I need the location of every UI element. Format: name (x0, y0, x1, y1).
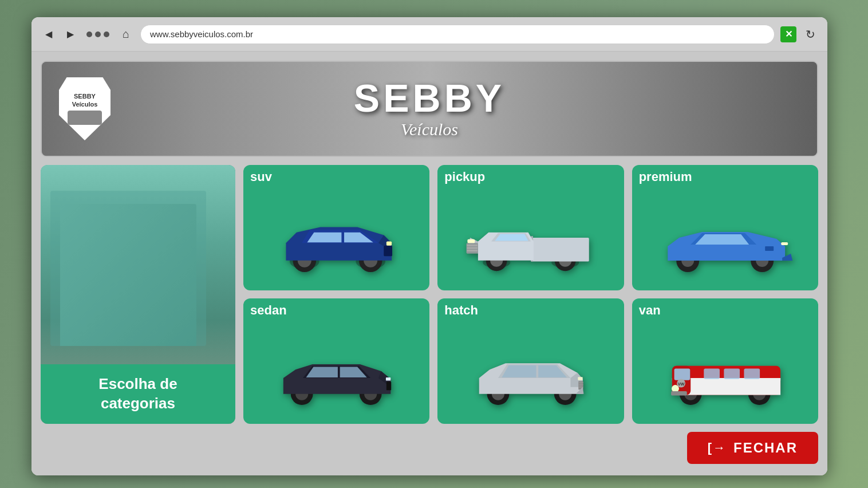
forward-button[interactable]: ▶ (62, 26, 78, 42)
suv-label: suv (243, 165, 429, 187)
fechar-label: FECHAR (733, 440, 798, 456)
svg-rect-50 (674, 368, 691, 380)
browser-close-x-button[interactable]: ✕ (780, 26, 796, 42)
svg-rect-53 (744, 368, 760, 379)
category-card-premium[interactable]: premium (632, 165, 818, 290)
logo-car-mini (68, 111, 102, 125)
pickup-label: pickup (437, 165, 624, 187)
suv-car-svg (257, 203, 416, 272)
fechar-icon: [→ (708, 440, 727, 455)
sedan-car-svg (257, 337, 416, 406)
suv-car-area (243, 187, 429, 290)
hatch-car-area (437, 320, 624, 424)
svg-rect-6 (384, 245, 393, 255)
brand-subtitle: Veículos (354, 120, 505, 139)
svg-rect-39 (578, 384, 583, 385)
browser-content: SEBBYVeículos SEBBY Veículos (31, 52, 827, 475)
category-featured[interactable]: Escolha de categorias (41, 165, 235, 424)
svg-rect-32 (386, 377, 390, 381)
nav-dot-1 (86, 32, 92, 37)
bottom-bar: [→ FECHAR (41, 432, 818, 466)
svg-rect-17 (467, 245, 477, 246)
home-button[interactable]: ⌂ (117, 26, 135, 43)
brand-main-title: SEBBY (354, 78, 505, 117)
svg-rect-18 (467, 247, 477, 249)
premium-car-area (632, 187, 818, 290)
header-banner: SEBBYVeículos SEBBY Veículos (41, 61, 818, 157)
svg-rect-38 (578, 382, 583, 383)
logo-shield: SEBBYVeículos (59, 77, 111, 140)
premium-car-svg (645, 203, 804, 272)
browser-chrome: ◀ ▶ ⌂ www.sebbyveiculos.com.br ✕ ↻ (31, 17, 827, 52)
featured-label: Escolha de categorias (41, 364, 235, 424)
hatch-label: hatch (437, 298, 624, 320)
hatch-car-svg (451, 337, 610, 406)
van-label: van (632, 298, 818, 320)
featured-line2: categorias (101, 395, 175, 412)
categories-grid: Escolha de categorias suv (41, 165, 818, 424)
category-card-sedan[interactable]: sedan (243, 298, 429, 424)
svg-rect-31 (386, 381, 391, 390)
svg-rect-26 (781, 242, 788, 245)
refresh-button[interactable]: ↻ (802, 26, 818, 42)
svg-rect-41 (578, 377, 582, 380)
pickup-car-svg (451, 203, 610, 272)
logo-small-text: SEBBYVeículos (72, 93, 98, 108)
svg-rect-25 (765, 246, 774, 251)
category-card-hatch[interactable]: hatch (437, 298, 624, 424)
banner-title: SEBBY Veículos (354, 78, 505, 139)
category-card-van[interactable]: van (632, 298, 818, 424)
close-x-icon: ✕ (785, 29, 792, 40)
back-button[interactable]: ◀ (41, 26, 57, 42)
featured-label-text: Escolha de categorias (52, 375, 224, 414)
svg-rect-14 (531, 238, 589, 262)
category-card-pickup[interactable]: pickup (437, 165, 624, 290)
nav-dot-2 (95, 32, 101, 37)
pickup-car-area (437, 187, 624, 290)
nav-dot-3 (104, 32, 109, 37)
address-bar[interactable]: www.sebbyveiculos.com.br (140, 25, 775, 44)
van-car-area: VW (632, 320, 818, 424)
sedan-label: sedan (243, 298, 429, 320)
brand-logo: SEBBYVeículos (53, 72, 116, 146)
fechar-button[interactable]: [→ FECHAR (687, 432, 818, 464)
featured-line1: Escolha de (98, 375, 177, 392)
sedan-car-area (243, 320, 429, 424)
van-car-svg: VW (645, 337, 804, 406)
category-card-suv[interactable]: suv (243, 165, 429, 290)
browser-window: ◀ ▶ ⌂ www.sebbyveiculos.com.br ✕ ↻ SEBBY (31, 17, 827, 475)
svg-rect-20 (467, 239, 475, 242)
nav-dots (86, 32, 109, 37)
svg-point-56 (672, 385, 679, 392)
url-text: www.sebbyveiculos.com.br (150, 29, 253, 39)
svg-text:VW: VW (678, 381, 685, 386)
svg-rect-51 (704, 368, 720, 379)
svg-rect-52 (724, 368, 740, 379)
svg-rect-57 (671, 391, 687, 395)
premium-label: premium (632, 165, 818, 187)
svg-rect-7 (386, 241, 392, 245)
svg-rect-19 (467, 250, 477, 251)
